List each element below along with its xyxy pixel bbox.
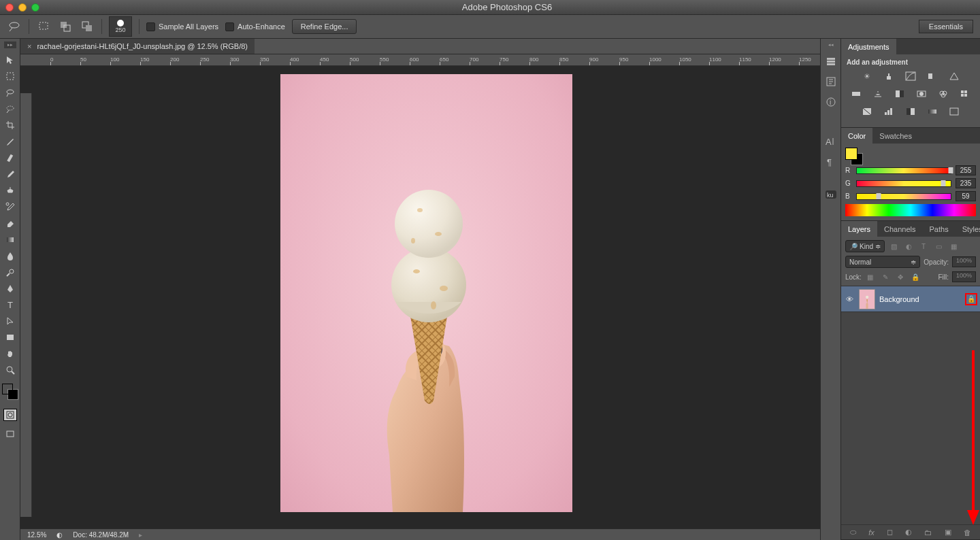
history-panel-icon[interactable] (823, 54, 839, 69)
link-layers-icon[interactable]: ⬭ (850, 528, 856, 537)
exposure-adjustment-icon[interactable] (926, 70, 939, 82)
lock-transparency-icon[interactable]: ▦ (865, 271, 876, 282)
crop-tool-icon[interactable] (2, 117, 18, 133)
selective-color-adjustment-icon[interactable] (947, 105, 961, 118)
foreground-color-swatch[interactable] (2, 384, 13, 394)
invert-adjustment-icon[interactable] (860, 105, 874, 118)
document-info[interactable]: Doc: 48.2M/48.2M (73, 531, 129, 539)
hand-tool-icon[interactable] (2, 345, 18, 361)
quick-selection-tool-icon[interactable] (2, 101, 18, 116)
layer-thumbnail[interactable] (859, 289, 875, 309)
threshold-adjustment-icon[interactable] (904, 105, 917, 118)
refine-edge-button[interactable]: Refine Edge... (292, 19, 357, 34)
color-swatches[interactable] (2, 384, 18, 400)
vibrance-adjustment-icon[interactable] (947, 70, 961, 82)
add-selection-icon[interactable] (58, 19, 73, 34)
layer-row[interactable]: 👁 Background 🔒 (841, 286, 980, 312)
healing-brush-tool-icon[interactable] (2, 150, 18, 165)
pen-tool-icon[interactable] (2, 280, 18, 296)
new-adjustment-layer-icon[interactable]: ◐ (905, 528, 912, 537)
lock-position-icon[interactable]: ✥ (895, 271, 906, 282)
layers-tab[interactable]: Layers (841, 221, 877, 237)
filter-type-icon[interactable]: T (918, 241, 929, 252)
vertical-ruler[interactable] (20, 93, 32, 517)
active-tool-icon[interactable] (7, 19, 22, 34)
posterize-adjustment-icon[interactable] (882, 105, 896, 118)
kuler-panel-icon[interactable]: ku (823, 187, 839, 202)
lasso-tool-icon[interactable] (2, 84, 18, 100)
dock-collapse-toggle[interactable]: ◂◂ (825, 41, 837, 48)
path-selection-tool-icon[interactable] (2, 313, 18, 328)
filter-pixel-icon[interactable]: ▨ (888, 241, 899, 252)
filter-smart-icon[interactable]: ▦ (948, 241, 959, 252)
red-slider[interactable] (856, 167, 951, 174)
blend-mode-dropdown[interactable]: Normal≑ (845, 256, 920, 268)
red-value[interactable]: 255 (956, 165, 976, 175)
bw-adjustment-icon[interactable] (893, 88, 906, 100)
info-panel-icon[interactable]: i (823, 95, 839, 109)
brush-preset-picker[interactable]: 250 (109, 16, 132, 37)
eyedropper-tool-icon[interactable] (2, 133, 18, 149)
eraser-tool-icon[interactable] (2, 215, 18, 231)
blur-tool-icon[interactable] (2, 248, 18, 263)
channels-tab[interactable]: Channels (877, 221, 922, 237)
workspace-switcher[interactable]: Essentials (919, 20, 973, 33)
opacity-input[interactable]: 100% (952, 256, 976, 267)
layer-filter-dropdown[interactable]: 🔎Kind≑ (845, 240, 885, 252)
quick-mask-mode-icon[interactable] (3, 409, 17, 421)
fill-input[interactable]: 100% (952, 271, 976, 282)
paths-tab[interactable]: Paths (923, 221, 956, 237)
properties-panel-icon[interactable] (823, 74, 839, 89)
zoom-level[interactable]: 12.5% (27, 531, 46, 539)
tools-expand-toggle[interactable]: ▸▸ (4, 41, 16, 48)
blue-value[interactable]: 59 (956, 191, 976, 201)
curves-adjustment-icon[interactable] (904, 70, 917, 82)
window-close-button[interactable] (5, 3, 14, 12)
horizontal-ruler[interactable]: 0501001502002503003504004505005506006507… (20, 54, 820, 66)
close-tab-icon[interactable]: × (27, 42, 31, 50)
clone-stamp-tool-icon[interactable] (2, 182, 18, 198)
rectangle-tool-icon[interactable] (2, 329, 18, 345)
canvas[interactable] (280, 74, 572, 512)
zoom-tool-icon[interactable] (2, 362, 18, 377)
lock-all-icon[interactable]: 🔒 (910, 271, 921, 282)
swatches-tab[interactable]: Swatches (872, 128, 919, 144)
brightness-adjustment-icon[interactable]: ☀ (860, 70, 874, 82)
panel-foreground-swatch[interactable] (845, 148, 858, 160)
sample-all-layers-checkbox[interactable]: Sample All Layers (146, 22, 218, 31)
new-selection-icon[interactable] (36, 19, 51, 34)
color-tab[interactable]: Color (841, 128, 872, 144)
dodge-tool-icon[interactable] (2, 264, 18, 280)
filter-adjustment-icon[interactable]: ◐ (903, 241, 914, 252)
photo-filter-adjustment-icon[interactable] (915, 88, 928, 100)
lock-pixels-icon[interactable]: ✎ (880, 271, 891, 282)
styles-tab[interactable]: Styles (956, 221, 980, 237)
new-layer-icon[interactable]: ▣ (945, 528, 951, 537)
paragraph-panel-icon[interactable]: ¶ (823, 154, 839, 169)
green-slider[interactable] (856, 180, 951, 187)
layer-lock-indicator[interactable]: 🔒 (965, 293, 977, 305)
color-spectrum[interactable] (845, 204, 976, 216)
window-maximize-button[interactable] (31, 3, 39, 12)
auto-enhance-checkbox[interactable]: Auto-Enhance (225, 22, 285, 31)
color-lookup-adjustment-icon[interactable] (958, 88, 972, 100)
filter-shape-icon[interactable]: ▭ (933, 241, 944, 252)
layer-visibility-icon[interactable]: 👁 (844, 295, 855, 303)
levels-adjustment-icon[interactable] (882, 70, 896, 82)
hue-adjustment-icon[interactable] (849, 88, 863, 100)
window-minimize-button[interactable] (18, 3, 27, 12)
marquee-tool-icon[interactable] (2, 68, 18, 84)
history-brush-tool-icon[interactable] (2, 199, 18, 214)
status-preview-icon[interactable]: ◐ (56, 531, 63, 539)
screen-mode-icon[interactable] (2, 426, 18, 441)
green-value[interactable]: 235 (956, 178, 976, 188)
gradient-map-adjustment-icon[interactable] (926, 105, 939, 118)
adjustments-tab[interactable]: Adjustments (841, 39, 896, 54)
layer-style-icon[interactable]: fx (868, 528, 875, 537)
new-group-icon[interactable]: 🗀 (924, 528, 932, 537)
type-tool-icon[interactable]: T (2, 297, 18, 312)
channel-mixer-adjustment-icon[interactable] (936, 88, 950, 100)
subtract-selection-icon[interactable] (80, 19, 95, 34)
color-balance-adjustment-icon[interactable] (871, 88, 885, 100)
layer-name[interactable]: Background (879, 295, 961, 303)
